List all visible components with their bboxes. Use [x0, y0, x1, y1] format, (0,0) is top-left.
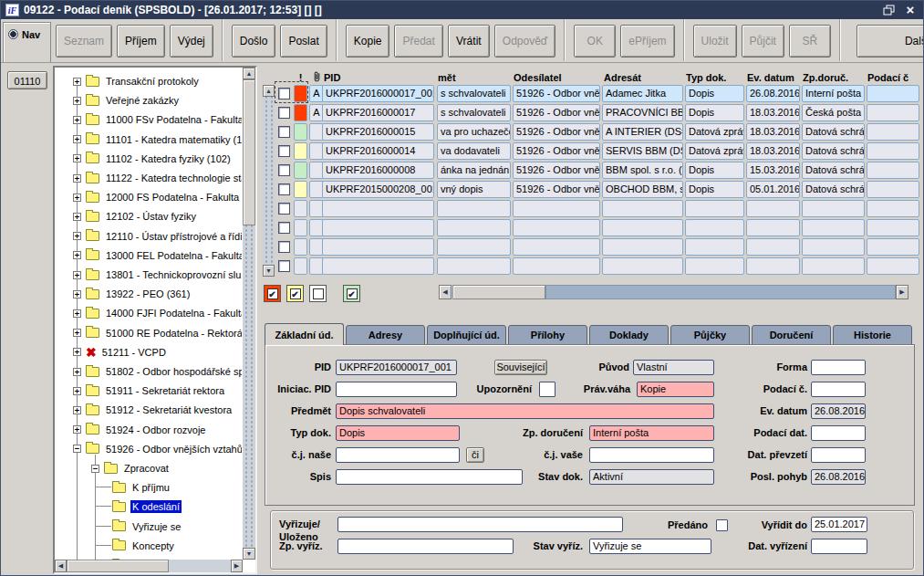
cell-pid[interactable]: UKPRF2016000017_001: [322, 85, 434, 102]
expand-plus-icon[interactable]: +: [73, 406, 81, 414]
expand-plus-icon[interactable]: +: [73, 78, 81, 86]
expand-plus-icon[interactable]: +: [73, 194, 81, 202]
tree-item-vy-izuje-se[interactable]: Vyřizuje se: [112, 518, 182, 536]
row-checkbox[interactable]: [278, 145, 290, 157]
cell-sender[interactable]: 51926 - Odbor vně: [513, 142, 600, 160]
cell-pid[interactable]: UKPRF2016000014: [322, 142, 434, 160]
toolbar-button-dal-akce[interactable]: Další akce: [857, 25, 924, 58]
cell-ev_date[interactable]: 18.03.2016: [746, 142, 800, 160]
tree-item-zpracovat[interactable]: −Zpracovat: [91, 459, 171, 477]
cell-subject-empty[interactable]: [437, 200, 511, 217]
toolbar-button-ok[interactable]: OK: [574, 25, 616, 58]
ci-button[interactable]: či: [466, 447, 484, 463]
puvod-field[interactable]: Vlastní: [633, 360, 714, 375]
tab-z-kladn-d[interactable]: Základní úd.: [265, 323, 344, 345]
tree-item-11101-katedra-matematiky-101[interactable]: +11101 - Katedra matematiky (101: [73, 131, 242, 149]
row-indicator[interactable]: [294, 200, 307, 217]
expand-plus-icon[interactable]: +: [73, 368, 81, 376]
toolbar-button-s[interactable]: SŘ: [789, 25, 831, 58]
scroll-left-icon[interactable]: ◀: [55, 560, 67, 572]
row-checkbox[interactable]: [278, 183, 290, 195]
cell-sender[interactable]: 51926 - Odbor vně: [513, 85, 600, 102]
row-checkbox[interactable]: [278, 203, 290, 215]
tree-hscroll-thumb[interactable]: [67, 560, 169, 572]
typ-dok-field[interactable]: Dopis: [336, 425, 460, 441]
tree-item-ve-ejn-zak-zky[interactable]: +Veřejné zakázky: [73, 91, 181, 110]
cell-ev_date[interactable]: 18.03.2016: [746, 104, 800, 121]
expand-plus-icon[interactable]: +: [73, 387, 81, 395]
tree-item-12110-stav-p-strojov-a-dic[interactable]: +12110 - Ústav přístrojové a řídicí: [73, 227, 242, 246]
cell-filing_no[interactable]: [867, 142, 919, 160]
table-horizontal-scrollbar[interactable]: ◀▶: [439, 285, 908, 299]
scroll-up-icon[interactable]: ▲: [243, 68, 255, 79]
cell-pid-empty[interactable]: [322, 219, 434, 236]
close-button[interactable]: ×: [902, 3, 919, 17]
cell-pid-empty[interactable]: [322, 257, 434, 275]
tree-item-14000-fjfi-podatelna-fakulta-ja[interactable]: +14000 FJFI Podatelna - Fakulta ja: [73, 304, 242, 322]
row-checkbox[interactable]: [278, 107, 290, 119]
stav-vyriz-field[interactable]: Vyřizuje se: [589, 539, 711, 554]
tree-item-transak-n-protokoly[interactable]: +Transakční protokoly: [73, 72, 201, 90]
tree-item-12102-stav-fyziky[interactable]: +12102 - Ústav fyziky: [73, 207, 198, 225]
cell-addressee[interactable]: BBM spol. s r.o. (: [602, 162, 683, 179]
scroll-left-icon[interactable]: ◀: [439, 285, 452, 299]
cell-addressee-empty[interactable]: [602, 238, 683, 256]
cell-delivery-empty[interactable]: [802, 238, 865, 256]
tree-item-11000-fsv-podatelna-fakulta-st[interactable]: +11000 FSv Podatelna - Fakulta st: [73, 110, 242, 129]
ev-datum-field[interactable]: 26.08.2016: [811, 403, 866, 419]
row-checkbox[interactable]: [278, 260, 290, 272]
cell-ev_date-empty[interactable]: [746, 219, 800, 236]
forma-field[interactable]: [811, 360, 866, 375]
cell-sender-empty[interactable]: [513, 257, 600, 275]
cell-filing_no[interactable]: [867, 181, 919, 198]
toolbar-button-odpov[interactable]: Odpověď: [494, 25, 555, 58]
cell-sender[interactable]: 51926 - Odbor vně: [513, 181, 600, 198]
cj-nase-field[interactable]: [336, 447, 460, 463]
scroll-down-icon[interactable]: ▼: [263, 265, 275, 277]
scroll-right-icon[interactable]: ▶: [231, 560, 243, 572]
nav-code-button[interactable]: 01110: [7, 71, 47, 89]
tree-item-51802-odbor-hospod-sk-spr[interactable]: +51802 - Odbor hospodářské spr: [73, 362, 242, 381]
souvisejici-button[interactable]: Související: [494, 360, 547, 375]
cell-delivery[interactable]: Interní pošta: [802, 85, 865, 102]
row-indicator[interactable]: [294, 238, 307, 256]
tab-historie[interactable]: Historie: [833, 325, 912, 345]
tree-item-51926-odbor-vn-j-ch-vztah[interactable]: −51926 - Odbor vnějších vztahů: [73, 440, 242, 458]
cell-doc_type-empty[interactable]: [685, 257, 744, 275]
cell-ev_date[interactable]: 15.03.2016: [746, 162, 800, 179]
row-indicator[interactable]: [294, 123, 307, 141]
cell-subject[interactable]: s schvalovateli: [437, 104, 511, 121]
cell-subject-empty[interactable]: [437, 257, 511, 275]
tree-item-12000-fs-podatelna-fakulta-str[interactable]: +12000 FS Podatelna - Fakulta str: [73, 188, 242, 206]
restore-button[interactable]: [881, 3, 898, 17]
posl-pohyb-field[interactable]: 26.08.2016: [811, 469, 866, 485]
expand-plus-icon[interactable]: +: [73, 213, 81, 221]
tab-p-lohy[interactable]: Přílohy: [508, 325, 587, 345]
cell-doc_type-empty[interactable]: [685, 238, 744, 256]
cell-ev_date[interactable]: 26.08.2016: [746, 85, 800, 102]
cell-subject[interactable]: s schvalovateli: [437, 85, 511, 102]
row-indicator[interactable]: [294, 104, 307, 121]
cell-addressee-empty[interactable]: [602, 219, 683, 236]
table-vertical-scrollbar[interactable]: ▲▼: [263, 85, 275, 277]
cell-addressee[interactable]: A INTERIER (DS=k: [602, 123, 683, 141]
cell-pid[interactable]: UKPRF2016000015: [322, 123, 434, 141]
row-checkbox[interactable]: [278, 88, 290, 99]
tree-item-13000-fel-podatelna-fakulta-el[interactable]: +13000 FEL Podatelna - Fakulta el: [73, 246, 242, 265]
expand-plus-icon[interactable]: +: [73, 232, 81, 240]
cell-doc_type[interactable]: Dopis: [685, 181, 744, 198]
tree-item-51924-odbor-rozvoje[interactable]: +51924 - Odbor rozvoje: [73, 421, 207, 439]
cell-ev_date[interactable]: 18.03.2016: [746, 123, 800, 141]
cell-filing_no[interactable]: [867, 85, 919, 102]
expand-plus-icon[interactable]: +: [73, 251, 81, 259]
cell-delivery-empty[interactable]: [802, 219, 865, 236]
cell-filing_no-empty[interactable]: [867, 200, 919, 217]
expand-plus-icon[interactable]: +: [73, 135, 81, 143]
toolbar-button-p-j-it[interactable]: Půjčit: [742, 25, 784, 58]
collapse-minus-icon[interactable]: −: [91, 465, 99, 473]
cell-ev_date-empty[interactable]: [746, 257, 800, 275]
toolbar-button-p-edat[interactable]: Předat: [394, 25, 442, 58]
cell-filing_no-empty[interactable]: [867, 238, 919, 256]
cell-sender[interactable]: 51926 - Odbor vně: [513, 123, 600, 141]
cell-pid-empty[interactable]: [322, 200, 434, 217]
